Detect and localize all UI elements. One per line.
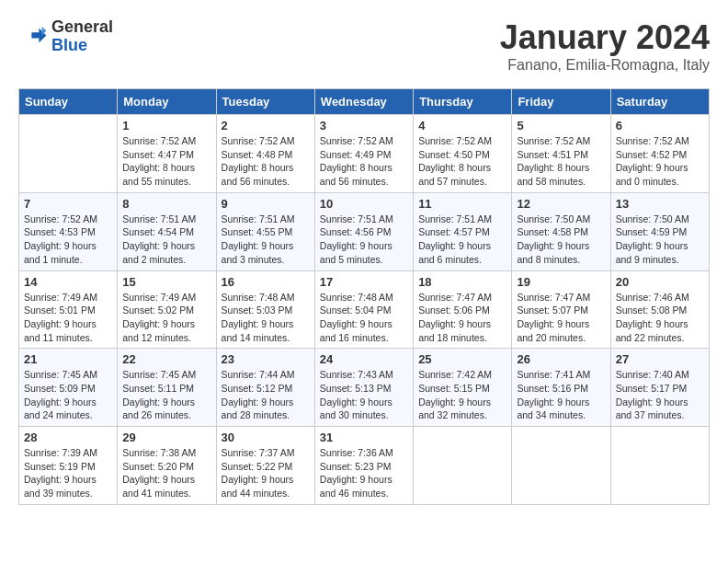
calendar-day-cell: 3Sunrise: 7:52 AM Sunset: 4:49 PM Daylig… [314, 115, 413, 193]
day-number: 18 [418, 275, 506, 289]
calendar-day-cell: 23Sunrise: 7:44 AM Sunset: 5:12 PM Dayli… [216, 349, 314, 427]
day-info: Sunrise: 7:45 AM Sunset: 5:09 PM Dayligh… [24, 368, 112, 422]
calendar-day-cell: 11Sunrise: 7:51 AM Sunset: 4:57 PM Dayli… [414, 192, 512, 270]
day-info: Sunrise: 7:39 AM Sunset: 5:19 PM Dayligh… [24, 446, 112, 500]
calendar-day-cell: 9Sunrise: 7:51 AM Sunset: 4:55 PM Daylig… [216, 192, 314, 270]
calendar-day-cell: 17Sunrise: 7:48 AM Sunset: 5:04 PM Dayli… [314, 270, 413, 349]
day-number: 23 [222, 352, 310, 366]
day-number: 10 [320, 197, 408, 211]
calendar-day-cell: 10Sunrise: 7:51 AM Sunset: 4:56 PM Dayli… [314, 192, 413, 270]
calendar-day-cell: 24Sunrise: 7:43 AM Sunset: 5:13 PM Dayli… [314, 349, 413, 427]
logo-general-text: General [51, 17, 113, 36]
calendar-day-cell: 29Sunrise: 7:38 AM Sunset: 5:20 PM Dayli… [118, 427, 216, 505]
page-header: General Blue January 2024 Fanano, Emilia… [18, 18, 710, 74]
day-number: 19 [517, 275, 605, 289]
calendar-day-cell: 18Sunrise: 7:47 AM Sunset: 5:06 PM Dayli… [414, 270, 512, 349]
calendar-day-cell: 21Sunrise: 7:45 AM Sunset: 5:09 PM Dayli… [19, 349, 118, 427]
day-info: Sunrise: 7:50 AM Sunset: 4:59 PM Dayligh… [616, 213, 704, 267]
weekday-header: Sunday [19, 89, 118, 115]
day-info: Sunrise: 7:52 AM Sunset: 4:48 PM Dayligh… [222, 134, 310, 189]
day-info: Sunrise: 7:45 AM Sunset: 5:11 PM Dayligh… [122, 368, 210, 422]
day-number: 22 [122, 352, 210, 366]
day-info: Sunrise: 7:50 AM Sunset: 4:58 PM Dayligh… [517, 213, 605, 267]
day-info: Sunrise: 7:52 AM Sunset: 4:47 PM Dayligh… [122, 134, 210, 189]
day-info: Sunrise: 7:36 AM Sunset: 5:23 PM Dayligh… [320, 446, 408, 500]
logo: General Blue [18, 18, 113, 55]
calendar-week-row: 14Sunrise: 7:49 AM Sunset: 5:01 PM Dayli… [19, 270, 710, 349]
day-number: 17 [320, 275, 408, 289]
calendar-day-cell: 30Sunrise: 7:37 AM Sunset: 5:22 PM Dayli… [216, 427, 314, 505]
day-number: 24 [320, 352, 408, 366]
day-number: 14 [24, 275, 112, 289]
calendar-week-row: 7Sunrise: 7:52 AM Sunset: 4:53 PM Daylig… [19, 192, 710, 270]
calendar-day-cell [414, 427, 512, 505]
calendar-day-cell: 27Sunrise: 7:40 AM Sunset: 5:17 PM Dayli… [610, 349, 709, 427]
logo-blue-text: Blue [51, 36, 87, 54]
day-number: 15 [122, 275, 210, 289]
day-number: 3 [320, 119, 408, 132]
calendar-day-cell: 26Sunrise: 7:41 AM Sunset: 5:16 PM Dayli… [512, 349, 610, 427]
weekday-header: Tuesday [216, 89, 314, 115]
calendar-day-cell: 8Sunrise: 7:51 AM Sunset: 4:54 PM Daylig… [118, 192, 216, 270]
day-info: Sunrise: 7:43 AM Sunset: 5:13 PM Dayligh… [320, 368, 408, 422]
day-number: 25 [418, 352, 506, 366]
day-number: 21 [24, 352, 112, 366]
calendar-day-cell: 15Sunrise: 7:49 AM Sunset: 5:02 PM Dayli… [118, 270, 216, 349]
day-info: Sunrise: 7:41 AM Sunset: 5:16 PM Dayligh… [517, 368, 605, 422]
day-info: Sunrise: 7:51 AM Sunset: 4:57 PM Dayligh… [418, 213, 506, 267]
calendar-day-cell: 1Sunrise: 7:52 AM Sunset: 4:47 PM Daylig… [118, 115, 216, 193]
weekday-header: Saturday [610, 89, 709, 115]
calendar-day-cell: 2Sunrise: 7:52 AM Sunset: 4:48 PM Daylig… [216, 115, 314, 193]
day-number: 8 [122, 197, 210, 211]
day-number: 27 [616, 352, 704, 366]
calendar-table: SundayMondayTuesdayWednesdayThursdayFrid… [18, 88, 710, 505]
day-info: Sunrise: 7:52 AM Sunset: 4:53 PM Dayligh… [24, 213, 112, 267]
day-number: 30 [222, 431, 310, 444]
day-info: Sunrise: 7:42 AM Sunset: 5:15 PM Dayligh… [418, 368, 506, 422]
calendar-day-cell: 12Sunrise: 7:50 AM Sunset: 4:58 PM Dayli… [512, 192, 610, 270]
day-number: 16 [222, 275, 310, 289]
day-info: Sunrise: 7:47 AM Sunset: 5:06 PM Dayligh… [418, 291, 506, 345]
day-info: Sunrise: 7:51 AM Sunset: 4:54 PM Dayligh… [122, 213, 210, 267]
day-number: 29 [122, 431, 210, 444]
month-title: January 2024 [500, 18, 710, 57]
day-number: 31 [320, 431, 408, 444]
calendar-day-cell: 14Sunrise: 7:49 AM Sunset: 5:01 PM Dayli… [19, 270, 118, 349]
day-info: Sunrise: 7:49 AM Sunset: 5:01 PM Dayligh… [24, 291, 112, 345]
day-number: 12 [517, 197, 605, 211]
day-number: 1 [122, 119, 210, 132]
day-number: 5 [517, 119, 605, 132]
day-number: 6 [616, 119, 704, 132]
day-number: 26 [517, 352, 605, 366]
calendar-day-cell: 31Sunrise: 7:36 AM Sunset: 5:23 PM Dayli… [314, 427, 413, 505]
weekday-header-row: SundayMondayTuesdayWednesdayThursdayFrid… [19, 89, 710, 115]
day-number: 2 [222, 119, 310, 132]
day-number: 9 [222, 197, 310, 211]
calendar-day-cell: 22Sunrise: 7:45 AM Sunset: 5:11 PM Dayli… [118, 349, 216, 427]
calendar-day-cell: 16Sunrise: 7:48 AM Sunset: 5:03 PM Dayli… [216, 270, 314, 349]
calendar-day-cell: 7Sunrise: 7:52 AM Sunset: 4:53 PM Daylig… [19, 192, 118, 270]
location-text: Fanano, Emilia-Romagna, Italy [500, 57, 710, 74]
calendar-day-cell: 4Sunrise: 7:52 AM Sunset: 4:50 PM Daylig… [414, 115, 512, 193]
calendar-day-cell: 25Sunrise: 7:42 AM Sunset: 5:15 PM Dayli… [414, 349, 512, 427]
day-number: 13 [616, 197, 704, 211]
weekday-header: Wednesday [314, 89, 413, 115]
day-info: Sunrise: 7:49 AM Sunset: 5:02 PM Dayligh… [122, 291, 210, 345]
day-info: Sunrise: 7:38 AM Sunset: 5:20 PM Dayligh… [122, 446, 210, 500]
day-info: Sunrise: 7:40 AM Sunset: 5:17 PM Dayligh… [616, 368, 704, 422]
calendar-day-cell [610, 427, 709, 505]
day-info: Sunrise: 7:48 AM Sunset: 5:03 PM Dayligh… [222, 291, 310, 345]
calendar-day-cell: 28Sunrise: 7:39 AM Sunset: 5:19 PM Dayli… [19, 427, 118, 505]
calendar-day-cell: 5Sunrise: 7:52 AM Sunset: 4:51 PM Daylig… [512, 115, 610, 193]
calendar-day-cell: 13Sunrise: 7:50 AM Sunset: 4:59 PM Dayli… [610, 192, 709, 270]
day-number: 28 [24, 431, 112, 444]
day-number: 11 [418, 197, 506, 211]
calendar-day-cell [512, 427, 610, 505]
calendar-week-row: 28Sunrise: 7:39 AM Sunset: 5:19 PM Dayli… [19, 427, 710, 505]
title-block: January 2024 Fanano, Emilia-Romagna, Ita… [500, 18, 710, 74]
day-number: 4 [418, 119, 506, 132]
day-number: 20 [616, 275, 704, 289]
logo-icon [18, 22, 48, 52]
day-number: 7 [24, 197, 112, 211]
day-info: Sunrise: 7:44 AM Sunset: 5:12 PM Dayligh… [222, 368, 310, 422]
